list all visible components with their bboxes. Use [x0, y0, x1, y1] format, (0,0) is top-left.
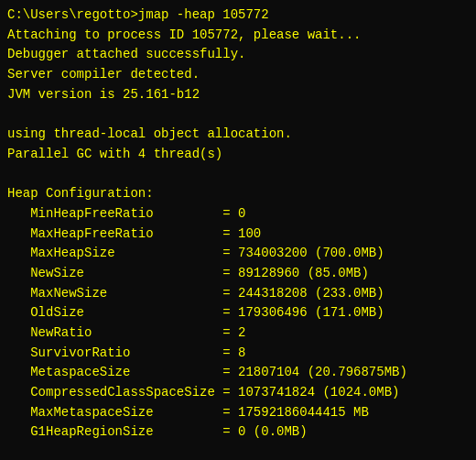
empty-line-22: [7, 443, 469, 460]
terminal-line-2: Debugger attached successfully.: [7, 45, 469, 65]
terminal-line-21: G1HeapRegionSize = 0 (0.0MB): [7, 422, 469, 443]
empty-line-8: [7, 165, 469, 185]
terminal-line-14: MaxNewSize = 244318208 (233.0MB): [7, 284, 469, 304]
terminal-line-3: Server compiler detected.: [7, 65, 469, 85]
terminal-line-12: MaxHeapSize = 734003200 (700.0MB): [7, 244, 469, 264]
terminal-line-19: CompressedClassSpaceSize = 1073741824 (1…: [7, 383, 469, 403]
terminal-line-1: Attaching to process ID 105772, please w…: [7, 26, 469, 46]
terminal-line-11: MaxHeapFreeRatio = 100: [7, 225, 469, 245]
terminal-line-0: C:\Users\regotto>jmap -heap 105772: [7, 5, 469, 26]
terminal-line-6: using thread-local object allocation.: [7, 125, 469, 145]
terminal-line-16: NewRatio = 2: [7, 323, 469, 344]
terminal-line-7: Parallel GC with 4 thread(s): [7, 145, 469, 165]
terminal-line-20: MaxMetaspaceSize = 17592186044415 MB: [7, 403, 469, 423]
empty-line-5: [7, 104, 469, 125]
terminal-line-17: SurvivorRatio = 8: [7, 344, 469, 364]
terminal-window: C:\Users\regotto>jmap -heap 105772Attach…: [0, 0, 476, 460]
terminal-line-18: MetaspaceSize = 21807104 (20.796875MB): [7, 363, 469, 383]
terminal-line-13: NewSize = 89128960 (85.0MB): [7, 264, 469, 284]
terminal-line-15: OldSize = 179306496 (171.0MB): [7, 303, 469, 323]
terminal-line-10: MinHeapFreeRatio = 0: [7, 204, 469, 225]
terminal-line-4: JVM version is 25.161-b12: [7, 85, 469, 105]
terminal-line-9: Heap Configuration:: [7, 184, 469, 204]
